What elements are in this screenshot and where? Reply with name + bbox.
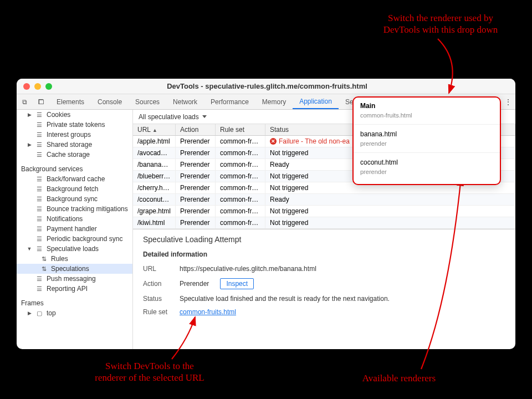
storage-icon: ☰	[35, 196, 43, 203]
sidebar-item-rules[interactable]: ⇅Rules	[17, 254, 132, 264]
tab-sources[interactable]: Sources	[129, 94, 166, 109]
kebab-icon[interactable]: ⋮	[504, 98, 512, 106]
storage-icon: ☰	[35, 121, 43, 129]
column-url[interactable]: URL▲	[133, 124, 176, 136]
minimize-icon[interactable]	[34, 83, 41, 90]
table-row[interactable]: /grape.htmlPrerendercommon-fr…Not trigge…	[133, 206, 515, 217]
sidebar-item-interest-groups[interactable]: ☰Interest groups	[17, 130, 132, 140]
sidebar-item-cache-storage[interactable]: ☰Cache storage	[17, 150, 132, 160]
tab-memory[interactable]: Memory	[255, 94, 293, 109]
sidebar-item-background-sync[interactable]: ☰Background sync	[17, 194, 132, 204]
sidebar-section-frames: Frames	[17, 294, 132, 308]
tab-performance[interactable]: Performance	[204, 94, 255, 109]
detail-url-label: URL	[143, 265, 172, 273]
annotation-bottom-right: Available renderers	[338, 372, 460, 384]
column-action[interactable]: Action	[176, 124, 216, 136]
sidebar-item-periodic-background-sync[interactable]: ☰Periodic background sync	[17, 234, 132, 244]
detail-action-value: Prerender	[180, 280, 209, 288]
sidebar-item-reporting-api[interactable]: ☰Reporting API	[17, 284, 132, 294]
chevron-right-icon: ▶	[27, 310, 32, 316]
annotation-bottom-left: Switch DevTools to the renderer of the s…	[78, 360, 222, 384]
sort-asc-icon: ▲	[152, 127, 157, 133]
storage-icon: ☰	[35, 176, 43, 183]
storage-icon: ☰	[35, 206, 43, 213]
sidebar-frame-top[interactable]: ▶▢top	[17, 308, 132, 318]
chevron-right-icon: ▶	[27, 142, 32, 147]
close-icon[interactable]	[23, 83, 30, 90]
sidebar-item-speculative-loads[interactable]: ▼☰Speculative loads	[17, 244, 132, 254]
storage-icon: ☰	[35, 131, 43, 139]
inspect-button[interactable]: Inspect	[220, 278, 254, 289]
storage-icon: ☰	[35, 275, 43, 283]
transfer-icon: ⇅	[40, 265, 48, 273]
tab-network[interactable]: Network	[166, 94, 204, 109]
detail-action-label: Action	[143, 280, 172, 288]
sidebar-item-background-fetch[interactable]: ☰Background fetch	[17, 184, 132, 194]
tab-elements[interactable]: Elements	[50, 94, 91, 109]
storage-icon: ☰	[35, 226, 43, 233]
window-title: DevTools - speculative-rules.glitch.me/c…	[52, 82, 515, 90]
column-rule-set[interactable]: Rule set	[216, 124, 265, 136]
annotation-top: Switch the renderer used by DevTools wit…	[366, 12, 515, 36]
detail-status-label: Status	[143, 295, 172, 303]
sidebar-item-push-messaging[interactable]: ☰Push messaging	[17, 274, 132, 284]
storage-icon: ☰	[35, 285, 43, 293]
error-icon: ✕	[270, 138, 277, 145]
detail-panel: Speculative Loading Attempt Detailed inf…	[133, 229, 515, 349]
storage-icon: ☰	[35, 245, 43, 253]
storage-icon: ☰	[35, 141, 43, 149]
table-row[interactable]: /coconut…Prerendercommon-fr…Ready	[133, 194, 515, 206]
storage-icon: ☰	[35, 151, 43, 158]
dropdown-main-sub: common-fruits.html	[354, 112, 500, 121]
sidebar: ▶☰Cookies☰Private state tokens☰Interest …	[17, 110, 133, 349]
frame-icon: ▢	[35, 310, 43, 317]
inspect-element-icon[interactable]: ⧉	[22, 98, 27, 106]
storage-icon: ☰	[35, 216, 43, 223]
chevron-down-icon: ▼	[27, 246, 32, 252]
detail-ruleset-label: Rule set	[143, 308, 172, 316]
detail-status-value: Speculative load finished and the result…	[180, 295, 390, 303]
dropdown-main-heading[interactable]: Main	[354, 100, 500, 112]
tab-application[interactable]: Application	[293, 94, 339, 109]
sidebar-item-private-state-tokens[interactable]: ☰Private state tokens	[17, 120, 132, 130]
detail-ruleset-link[interactable]: common-fruits.html	[180, 308, 236, 316]
transfer-icon: ⇅	[40, 255, 48, 263]
detail-heading: Speculative Loading Attempt	[143, 235, 505, 244]
chevron-down-icon	[202, 115, 207, 118]
sidebar-item-cookies[interactable]: ▶☰Cookies	[17, 110, 132, 120]
sidebar-item-payment-handler[interactable]: ☰Payment handler	[17, 224, 132, 234]
renderer-dropdown[interactable]: Main common-fruits.html banana.htmlprere…	[352, 96, 501, 185]
tab-console[interactable]: Console	[91, 94, 129, 109]
detail-url-value: https://speculative-rules.glitch.me/bana…	[180, 265, 316, 273]
maximize-icon[interactable]	[45, 83, 52, 90]
storage-icon: ☰	[35, 236, 43, 243]
dropdown-item[interactable]: banana.htmlprerender	[354, 126, 500, 151]
sidebar-item-back-forward-cache[interactable]: ☰Back/forward cache	[17, 174, 132, 184]
storage-icon: ☰	[35, 186, 43, 193]
sidebar-section-background: Background services	[17, 160, 132, 174]
chevron-right-icon: ▶	[27, 112, 32, 117]
sidebar-item-notifications[interactable]: ☰Notifications	[17, 214, 132, 224]
storage-icon: ☰	[35, 111, 43, 119]
titlebar: DevTools - speculative-rules.glitch.me/c…	[17, 79, 515, 94]
sidebar-item-shared-storage[interactable]: ▶☰Shared storage	[17, 140, 132, 150]
traffic-lights	[17, 83, 52, 90]
sidebar-item-bounce-tracking-mitigations[interactable]: ☰Bounce tracking mitigations	[17, 204, 132, 214]
device-toggle-icon[interactable]: ⧠	[38, 98, 44, 106]
table-row[interactable]: /kiwi.htmlPrerendercommon-fr…Not trigger…	[133, 217, 515, 229]
dropdown-item[interactable]: coconut.htmlprerender	[354, 154, 500, 180]
detail-subheading: Detailed information	[143, 250, 505, 258]
sidebar-item-speculations[interactable]: ⇅Speculations	[17, 264, 132, 274]
